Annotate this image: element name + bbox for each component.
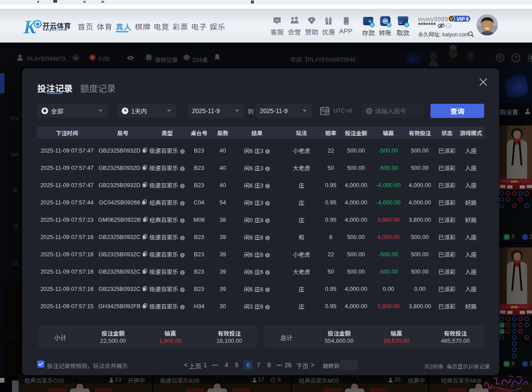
svg-text:VIP 9: VIP 9 bbox=[457, 16, 469, 22]
